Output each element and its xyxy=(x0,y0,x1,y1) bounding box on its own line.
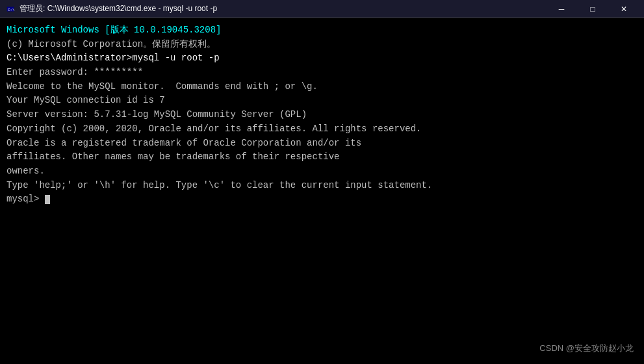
terminal-line: owners. xyxy=(6,164,638,179)
cmd-icon: C:\ xyxy=(5,4,16,14)
terminal-line: mysql> xyxy=(6,192,638,207)
cursor xyxy=(45,195,50,204)
minimize-button[interactable]: ─ xyxy=(547,0,576,18)
terminal-line: Welcome to the MySQL monitor. Commands e… xyxy=(6,80,638,94)
title-bar-controls: ─ □ ✕ xyxy=(547,0,639,18)
terminal-line: Copyright (c) 2000, 2020, Oracle and/or … xyxy=(6,122,638,136)
close-button[interactable]: ✕ xyxy=(609,0,639,18)
title-bar-text: 管理员: C:\Windows\system32\cmd.exe - mysql… xyxy=(19,3,543,14)
svg-text:C:\: C:\ xyxy=(8,7,15,12)
terminal-line: C:\Users\Administrator>mysql -u root -p xyxy=(6,51,638,66)
title-bar: C:\ 管理员: C:\Windows\system32\cmd.exe - m… xyxy=(0,0,644,18)
terminal-line: Enter password: ********* xyxy=(6,66,638,80)
terminal-line: Your MySQL connection id is 7 xyxy=(6,94,638,108)
terminal: Microsoft Windows [版本 10.0.19045.3208](c… xyxy=(0,18,644,364)
terminal-line: Oracle is a registered trademark of Orac… xyxy=(6,136,638,151)
terminal-line: (c) Microsoft Corporation。保留所有权利。 xyxy=(6,38,638,52)
maximize-button[interactable]: □ xyxy=(578,0,608,18)
terminal-content: Microsoft Windows [版本 10.0.19045.3208](c… xyxy=(6,23,638,207)
watermark: CSDN @安全攻防赵小龙 xyxy=(539,342,634,355)
terminal-line: Server version: 5.7.31-log MySQL Communi… xyxy=(6,108,638,122)
terminal-line: affiliates. Other names may be trademark… xyxy=(6,150,638,164)
terminal-line: Type 'help;' or '\h' for help. Type '\c'… xyxy=(6,179,638,193)
terminal-line: Microsoft Windows [版本 10.0.19045.3208] xyxy=(6,23,638,38)
